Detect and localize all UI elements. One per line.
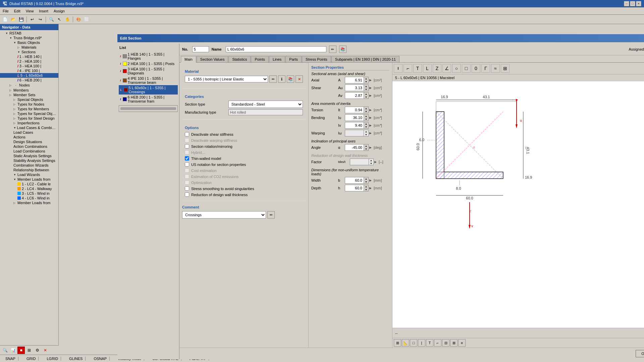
nav-rstab[interactable]: ▼ RSTAB [0,31,58,36]
opt-stress-cb[interactable] [185,186,189,191]
close-btn[interactable]: ✕ [636,1,641,6]
profile-circle-btn[interactable]: ○ [452,64,461,73]
save-btn[interactable]: 💾 [17,16,25,23]
profile-rect-btn[interactable]: □ [462,64,471,73]
nav-types-nodes[interactable]: ▷ Types for Nodes [0,102,58,107]
shear-down[interactable]: ▼ [364,88,368,91]
nav-lc4[interactable]: 2 - LC4 - Walkway [0,186,58,191]
profile-i-btn[interactable]: I [394,64,402,73]
depth-up[interactable]: ▲ [364,185,368,188]
angle-down[interactable]: ▼ [364,147,368,150]
shear2-value-input[interactable] [345,93,364,98]
profile-extra-btn[interactable]: ⊞ [501,64,509,73]
profile-l2-btn[interactable]: Γ [481,64,490,73]
width-down[interactable]: ▼ [364,180,368,183]
material-library-icon[interactable]: 📚 [287,75,294,83]
depth-down[interactable]: ▼ [364,188,368,191]
tab-section-values[interactable]: Section Values [197,56,228,62]
name-edit-btn[interactable]: ✏ [329,46,336,53]
nav-sections[interactable]: ▼ Sections [0,50,58,54]
nav-materials[interactable]: ▷ Materials [0,45,58,50]
open-btn[interactable]: 📂 [9,16,17,23]
nav-tool-close[interactable]: ✕ [42,347,49,350]
opt-thin-walled-cb[interactable] [185,156,189,161]
tab-stress-points[interactable]: Stress Points [302,56,331,62]
material-select[interactable]: 1 - S355 | Isotropic | Linear Elastic [185,76,268,82]
bending-v-input[interactable] [345,123,364,128]
nav-section-2[interactable]: I 2 - HEA 100 | [0,59,58,64]
nav-design-situations[interactable]: Design Situations [0,139,58,144]
nav-actions[interactable]: Actions [0,135,58,139]
shear-up[interactable]: ▲ [364,85,368,88]
nav-tool-2[interactable]: 📊 [9,347,17,350]
nav-load-combinations[interactable]: Load Combinations [0,149,58,154]
status-glines[interactable]: GLINES [66,357,86,361]
tab-subpanels[interactable]: Subpanels | EN 1993 | DIN | 2020-11 [331,56,399,62]
cs-tool-2[interactable]: 📐 [402,339,409,347]
menu-edit[interactable]: Edit [11,8,23,14]
nav-tool-1[interactable]: 🔍 [1,347,9,350]
torsion-down[interactable]: ▼ [364,110,368,113]
profile-t-btn[interactable]: T [413,64,422,73]
section-item-1[interactable]: I 1 HEB 140 | 1 - S355 | Flanges [119,52,178,61]
nav-stability-analysis[interactable]: Stability Analysis Settings [0,158,58,163]
profile-angle-btn[interactable]: ∠ [442,64,451,73]
shear-value-input[interactable] [345,85,364,90]
select-btn[interactable]: ↖ [56,16,63,23]
tab-lines[interactable]: Lines [269,56,285,62]
ok-button[interactable]: OK [636,350,644,357]
shear2-down[interactable]: ▼ [364,96,368,99]
menu-file[interactable]: File [0,8,11,14]
material-delete-icon[interactable]: ✕ [296,75,303,83]
nav-member-loads-2[interactable]: ▷ Member Loads from [0,200,58,205]
menu-assign[interactable]: Assign [51,8,67,14]
width-up[interactable]: ▲ [364,177,368,180]
wire-btn[interactable]: ⬜ [83,16,90,23]
nav-static-analysis[interactable]: Static Analysis Settings [0,154,58,158]
cs-tool-5[interactable]: T [426,339,433,347]
tab-statistics[interactable]: Statistics [228,56,251,62]
tab-main[interactable]: Main [181,56,196,63]
profile-z-btn[interactable]: Z [433,64,441,73]
status-grid[interactable]: GRID [24,357,39,361]
opt-shear-stiffness-cb[interactable] [185,132,189,136]
minimize-btn[interactable]: ─ [624,1,629,6]
status-snap[interactable]: SNAP [3,357,18,361]
nav-section-4[interactable]: I 4 - IPE 100 | [0,68,58,73]
axial-down[interactable]: ▼ [364,80,368,83]
new-btn[interactable]: 📄 [1,16,9,23]
axial-value-input[interactable] [345,78,364,82]
nav-load-cases-combo[interactable]: ▼ Load Cases & Combinations [0,125,58,130]
axial-up[interactable]: ▲ [364,77,368,80]
nav-basic-objects[interactable]: ▼ Basic Objects [0,40,58,45]
nav-types-special[interactable]: ▷ Types for Special Objects [0,111,58,116]
torsion-value-input[interactable] [345,108,364,112]
bending-u-input[interactable] [345,115,364,120]
no-input[interactable] [192,46,209,52]
cs-tool-1[interactable]: ⊞ [394,339,401,347]
nav-tool-4[interactable]: ⊞ [25,347,33,350]
cs-tool-8[interactable]: ⊞ [450,339,458,347]
section-item-6[interactable]: I 6 HEB 200 | 1 - S355 | Transverse fram [119,95,178,104]
cs-tool-9[interactable]: ≡ [458,339,466,347]
nav-types-members[interactable]: ▷ Types for Members [0,107,58,111]
menu-view[interactable]: View [23,8,37,14]
comment-select[interactable]: Crossings [182,211,266,219]
nav-project[interactable]: ▼ Truss Bridge.rs9* [0,36,58,40]
profile-l-btn[interactable]: L [423,64,432,73]
name-input[interactable] [226,46,326,52]
pan-btn[interactable]: ✋ [64,16,71,23]
nav-load-cases[interactable]: Load Cases [0,130,58,135]
width-input[interactable] [345,178,364,183]
nav-section-5-selected[interactable]: L 5 - L 60x60x6 [0,73,58,78]
nav-types-steel[interactable]: ▷ Types for Steel Design [0,116,58,121]
nav-action-combinations[interactable]: Action Combinations [0,144,58,149]
section-item-5-selected[interactable]: L 5 L 60x60x | 1 - S355 | Crossings [119,85,178,95]
status-lgrid[interactable]: LGRID [44,357,61,361]
nav-combo-wizards[interactable]: Combination Wizards [0,163,58,168]
nav-section-6[interactable]: I 6 - HEB 200 | [0,78,58,82]
nav-nodes[interactable]: ▷ · Nodes [0,82,58,88]
nav-member-loads[interactable]: ▼ Member Loads from [0,177,58,182]
bending-u-down[interactable]: ▼ [364,118,368,121]
cs-tool-3[interactable]: □ [410,339,417,347]
